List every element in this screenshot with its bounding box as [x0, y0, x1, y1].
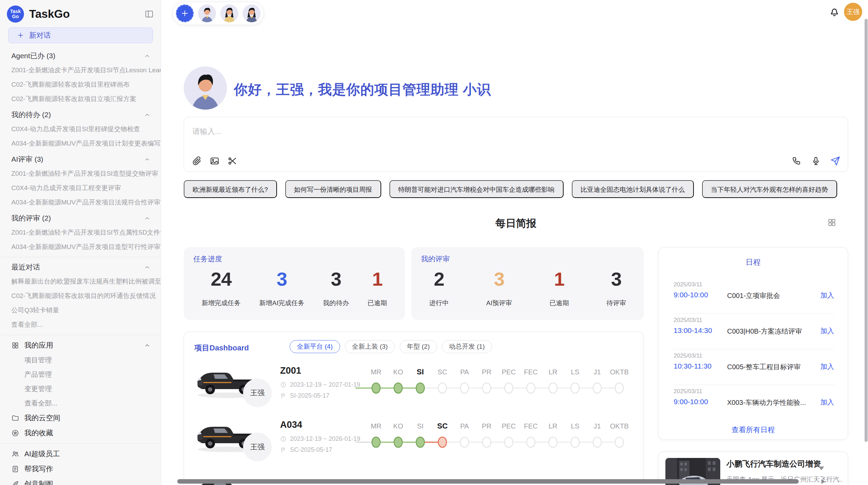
agent-avatar-2[interactable] — [220, 4, 238, 22]
sidebar-section-header[interactable]: AI评审 (3) — [0, 152, 161, 166]
section-title: Agent已办 (3) — [11, 51, 55, 61]
event-join-link[interactable]: 加入 — [820, 362, 834, 371]
dashboard-filter-tab[interactable]: 动总开发 (1) — [442, 340, 492, 353]
sidebar-tool-item[interactable]: AI超级员工 — [0, 446, 161, 461]
add-agent-button[interactable] — [176, 4, 194, 22]
project-row[interactable]: 王强A0342023-12-19 ~ 2026-01-19SC-2025-05-… — [184, 413, 643, 468]
sidebar-item-cloud[interactable]: 我的云空间 — [0, 410, 161, 425]
event-time: 9:00-10:00 — [674, 291, 708, 299]
app-sub-item[interactable]: 产品管理 — [0, 367, 161, 382]
attachment-icon[interactable] — [192, 156, 202, 166]
layout-grid-icon[interactable] — [827, 218, 836, 227]
project-milestone: SI-2025-05-17 — [280, 392, 329, 399]
recent-chat-item[interactable]: 公司Q3轻卡销量 — [0, 303, 161, 318]
image-icon[interactable] — [209, 156, 220, 166]
stat-value: 2 — [434, 269, 444, 290]
pen-icon — [11, 480, 19, 485]
sidebar-item[interactable]: A034-全新新能源MUV产品开发项目计划变更表编写 — [0, 136, 161, 151]
project-row[interactable]: 王强Z0012023-12-19 ~ 2027-01-19SI-2025-05-… — [184, 359, 643, 413]
bell-icon[interactable] — [828, 5, 841, 18]
microphone-icon[interactable] — [811, 156, 821, 166]
app-sub-item[interactable]: 变更管理 — [0, 382, 161, 396]
svg-text:SI: SI — [417, 422, 424, 430]
scroll-down-arrow[interactable] — [819, 467, 824, 470]
new-chat-button[interactable]: 新对话 — [8, 27, 153, 43]
sidebar-item-my-apps[interactable]: 我的应用 — [0, 338, 161, 353]
svg-text:J1: J1 — [593, 422, 601, 430]
flag-icon — [280, 393, 287, 399]
phone-icon[interactable] — [792, 156, 802, 166]
schedule-event[interactable]: 2025/03/11 10:30-11:30 C005-整车工程目标评审 加入 — [659, 349, 848, 385]
project-timeline: MRKOSISCPAPRPECFECLRLSJ1OKTB — [355, 365, 633, 400]
view-all-apps-link[interactable]: 查看全部... — [0, 396, 161, 410]
user-avatar[interactable]: 王强 — [844, 3, 862, 21]
schedule-event[interactable]: 2025/03/11 9:00-10:00 C001-立项审批会 加入 — [659, 278, 848, 313]
input-actions — [792, 156, 840, 166]
send-icon[interactable] — [830, 156, 840, 166]
stat-value: 3 — [331, 269, 341, 290]
schedule-event[interactable]: 2025/03/11 13:00-14:30 C003|H0B-方案冻结评审 加… — [659, 313, 848, 349]
chat-input-card — [184, 117, 848, 172]
sidebar-item[interactable]: C0X4-动力总成开发项目SI里程碑提交物检查 — [0, 122, 161, 136]
sidebar-item[interactable]: C02-飞腾新能源轻客改款项目里程碑画布 — [0, 77, 161, 92]
suggestion-chip[interactable]: 特朗普可能对进口汽车增税会对中国车企造成哪些影响 — [389, 180, 564, 198]
schedule-event[interactable]: 2025/03/11 9:00-10:00 X003-车辆动力学性能验... 加… — [659, 385, 848, 420]
dashboard-filter-tab[interactable]: 全新上装 (3) — [345, 340, 395, 353]
event-join-link[interactable]: 加入 — [820, 326, 834, 336]
suggestion-chip[interactable]: 当下年轻人对汽车外观有怎样的喜好趋势 — [702, 180, 837, 198]
sidebar-section-header[interactable]: 最近对话 — [0, 260, 161, 274]
sidebar-item[interactable]: A034-全新新能源MUV产品开发项目造型可行性评审 — [0, 240, 161, 254]
sidebar-item[interactable]: C02-飞腾新能源轻客改款项目立项汇报方案 — [0, 92, 161, 106]
stat-value: 3 — [277, 269, 287, 290]
recent-chat-item[interactable]: 解释最新出台的欧盟报废车法规再生塑料比例被调至15%... — [0, 274, 161, 289]
agent-avatar-1[interactable] — [198, 4, 216, 22]
sidebar-item[interactable]: Z001-全新燃油皮卡产品开发项目SI节点Lesson Learn报告 — [0, 63, 161, 77]
suggestion-chip[interactable]: 比亚迪全固态电池计划具体说了什么 — [572, 180, 694, 198]
stat-item: 3 我的待办 — [323, 269, 349, 308]
view-all-schedule-link[interactable]: 查看所有日程 — [659, 425, 848, 435]
scroll-right-arrow[interactable] — [821, 479, 825, 484]
svg-text:LR: LR — [548, 422, 557, 430]
sidebar-item[interactable]: C0X4-动力总成开发项目工程变更评审 — [0, 181, 161, 195]
suggestion-chip[interactable]: 如何写一份清晰的项目周报 — [285, 180, 381, 198]
my-apps-label: 我的应用 — [24, 340, 139, 350]
stat-value: 1 — [554, 269, 564, 290]
svg-text:PA: PA — [460, 422, 469, 430]
sidebar-section-header[interactable]: 我的待办 (2) — [0, 108, 161, 122]
view-all-chats-link[interactable]: 查看全部... — [0, 318, 161, 332]
sidebar-section-header[interactable]: 我的评审 (2) — [0, 211, 161, 225]
app-sub-item[interactable]: 项目管理 — [0, 353, 161, 367]
horizontal-scrollbar[interactable] — [177, 479, 799, 484]
event-date: 2025/03/11 — [674, 317, 702, 324]
event-name: X003-车辆动力学性能验... — [727, 398, 806, 407]
recent-chat-item[interactable]: C02-飞腾新能源轻客改款项目的闭环通告反馈情况 — [0, 289, 161, 303]
plus-icon — [180, 9, 189, 18]
tool-label: AI超级员工 — [24, 449, 150, 459]
vertical-scrollbar[interactable] — [865, 19, 868, 442]
suggestion-chip[interactable]: 欧洲新规最近颁布了什么? — [184, 180, 277, 198]
sidebar-item-favorites[interactable]: 我的收藏 — [0, 425, 161, 440]
agent-quick-bar — [172, 2, 264, 25]
event-join-link[interactable]: 加入 — [820, 291, 834, 300]
clock-icon — [280, 382, 287, 388]
event-join-link[interactable]: 加入 — [820, 398, 834, 407]
event-date: 2025/03/11 — [674, 352, 702, 359]
svg-text:FEC: FEC — [524, 368, 538, 376]
sidebar-section-header[interactable]: Agent已办 (3) — [0, 49, 161, 63]
sidebar-tool-item[interactable]: 创意制图 — [0, 476, 161, 485]
event-date: 2025/03/11 — [674, 281, 702, 288]
stat-label: 已逾期 — [367, 299, 387, 308]
briefing-title: 每日简报 — [495, 217, 537, 229]
sidebar-tool-item[interactable]: 帮我写作 — [0, 461, 161, 476]
scissors-icon[interactable] — [227, 156, 238, 166]
people-icon — [11, 450, 19, 458]
app-logo: Task Go — [7, 5, 24, 23]
sidebar-item[interactable]: Z001-全新燃油轻卡产品开发项目SI造型提交物评审 — [0, 166, 161, 181]
dashboard-filter-tab[interactable]: 年型 (2) — [400, 340, 437, 353]
dashboard-filter-tab[interactable]: 全新平台 (4) — [290, 340, 340, 353]
sidebar-item[interactable]: A034-全新新能源MUV产品开发项目法规符合性评审 — [0, 195, 161, 210]
chat-input[interactable] — [192, 125, 707, 138]
collapse-sidebar-icon[interactable] — [144, 9, 154, 19]
agent-avatar-3[interactable] — [243, 4, 261, 22]
sidebar-item[interactable]: Z001-全新燃油轻卡产品开发项目SI节点属性5D文件评审 — [0, 225, 161, 240]
